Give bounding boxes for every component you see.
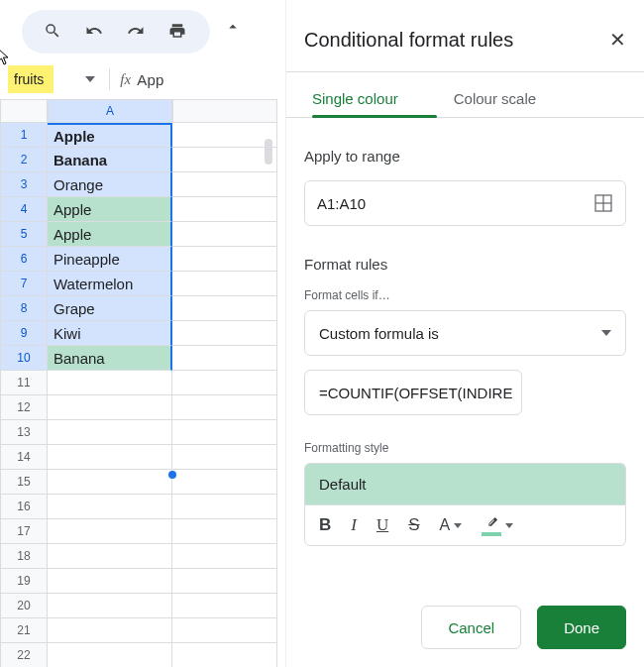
- row-header[interactable]: 21: [0, 618, 48, 643]
- row-header[interactable]: 11: [0, 371, 48, 395]
- chevron-up-icon[interactable]: [224, 18, 242, 39]
- custom-formula-input[interactable]: =COUNTIF(OFFSET(INDIRE: [304, 370, 522, 415]
- cell[interactable]: [48, 519, 172, 544]
- cell[interactable]: [48, 420, 172, 445]
- row-header[interactable]: 13: [0, 420, 48, 445]
- selection-handle[interactable]: [168, 471, 176, 479]
- name-box[interactable]: fruits: [8, 65, 54, 93]
- cell[interactable]: [172, 643, 277, 667]
- condition-select-value: Custom formula is: [319, 325, 439, 342]
- italic-button[interactable]: I: [351, 515, 357, 535]
- cell[interactable]: Orange: [48, 172, 172, 197]
- row-header[interactable]: 2: [0, 148, 48, 172]
- bold-button[interactable]: B: [319, 515, 331, 535]
- row-header[interactable]: 10: [0, 346, 48, 371]
- cell[interactable]: [172, 618, 277, 643]
- row-header[interactable]: 20: [0, 594, 48, 618]
- row-header[interactable]: 15: [0, 470, 48, 495]
- row-header[interactable]: 12: [0, 395, 48, 420]
- cell[interactable]: [48, 371, 172, 395]
- cell[interactable]: Banana: [48, 148, 172, 172]
- cell[interactable]: [172, 495, 277, 519]
- row-header[interactable]: 7: [0, 272, 48, 296]
- cell[interactable]: [172, 272, 277, 296]
- cell[interactable]: Grape: [48, 296, 172, 321]
- cell[interactable]: [172, 197, 277, 222]
- row-header[interactable]: 1: [0, 123, 48, 148]
- formatting-style-preview[interactable]: Default: [304, 463, 626, 504]
- cell[interactable]: [172, 148, 277, 172]
- cell[interactable]: [172, 371, 277, 395]
- cell[interactable]: [172, 296, 277, 321]
- cell[interactable]: [48, 569, 172, 594]
- tab-colour-scale[interactable]: Colour scale: [454, 90, 536, 117]
- cell[interactable]: [172, 395, 277, 420]
- cell[interactable]: [48, 594, 172, 618]
- undo-icon[interactable]: [85, 22, 103, 43]
- row-header[interactable]: 18: [0, 544, 48, 569]
- redo-icon[interactable]: [127, 22, 145, 43]
- row-header[interactable]: 8: [0, 296, 48, 321]
- select-range-icon[interactable]: [593, 193, 613, 213]
- cell[interactable]: [48, 544, 172, 569]
- cell[interactable]: [48, 643, 172, 667]
- row-header[interactable]: 9: [0, 321, 48, 346]
- scrollbar-thumb[interactable]: [265, 139, 272, 165]
- cell[interactable]: Apple: [48, 197, 172, 222]
- cell[interactable]: [48, 495, 172, 519]
- done-button[interactable]: Done: [537, 606, 626, 649]
- cell[interactable]: [172, 346, 277, 371]
- cell[interactable]: [48, 395, 172, 420]
- cell[interactable]: [172, 569, 277, 594]
- row-header[interactable]: 6: [0, 247, 48, 272]
- row-header[interactable]: 17: [0, 519, 48, 544]
- cell[interactable]: [172, 519, 277, 544]
- apply-to-range-field[interactable]: [304, 180, 626, 226]
- cell[interactable]: [172, 172, 277, 197]
- row-header[interactable]: 3: [0, 172, 48, 197]
- cell[interactable]: Watermelon: [48, 272, 172, 296]
- strikethrough-button[interactable]: S: [408, 515, 419, 535]
- cell[interactable]: [172, 420, 277, 445]
- cell[interactable]: [172, 594, 277, 618]
- select-all-corner[interactable]: [0, 99, 48, 123]
- formula-bar[interactable]: App: [137, 71, 163, 88]
- cell[interactable]: [172, 123, 277, 148]
- cancel-button[interactable]: Cancel: [421, 606, 521, 649]
- cell[interactable]: [48, 618, 172, 643]
- tab-single-colour[interactable]: Single colour: [312, 90, 398, 117]
- cell[interactable]: Banana: [48, 346, 172, 371]
- cell[interactable]: Pineapple: [48, 247, 172, 272]
- text-color-button[interactable]: A: [440, 516, 463, 534]
- name-box-dropdown-icon[interactable]: [85, 74, 95, 84]
- row-header[interactable]: 14: [0, 445, 48, 470]
- row-header[interactable]: 22: [0, 643, 48, 667]
- cell[interactable]: [172, 321, 277, 346]
- print-icon[interactable]: [168, 22, 186, 43]
- range-input[interactable]: [317, 195, 593, 212]
- formatting-style-toolbar: B I U S A: [304, 504, 626, 546]
- cell[interactable]: Apple: [48, 123, 172, 148]
- row-header[interactable]: 4: [0, 197, 48, 222]
- fill-color-button[interactable]: [482, 515, 513, 536]
- cell[interactable]: [172, 247, 277, 272]
- column-header-B[interactable]: [172, 99, 277, 123]
- cell[interactable]: [172, 544, 277, 569]
- condition-select[interactable]: Custom formula is: [304, 310, 626, 356]
- row-header[interactable]: 19: [0, 569, 48, 594]
- cell[interactable]: Apple: [48, 222, 172, 247]
- column-header-A[interactable]: A: [48, 99, 172, 123]
- row-header[interactable]: 5: [0, 222, 48, 247]
- cell[interactable]: [172, 445, 277, 470]
- underline-button[interactable]: U: [376, 515, 388, 535]
- cell[interactable]: [172, 470, 277, 495]
- close-icon[interactable]: ✕: [609, 28, 626, 52]
- cell[interactable]: Kiwi: [48, 321, 172, 346]
- quick-toolbar: [22, 10, 210, 54]
- search-icon[interactable]: [44, 22, 61, 43]
- cell[interactable]: [48, 445, 172, 470]
- formatting-style-label: Formatting style: [304, 441, 626, 455]
- row-header[interactable]: 16: [0, 495, 48, 519]
- cell[interactable]: [48, 470, 172, 495]
- cell[interactable]: [172, 222, 277, 247]
